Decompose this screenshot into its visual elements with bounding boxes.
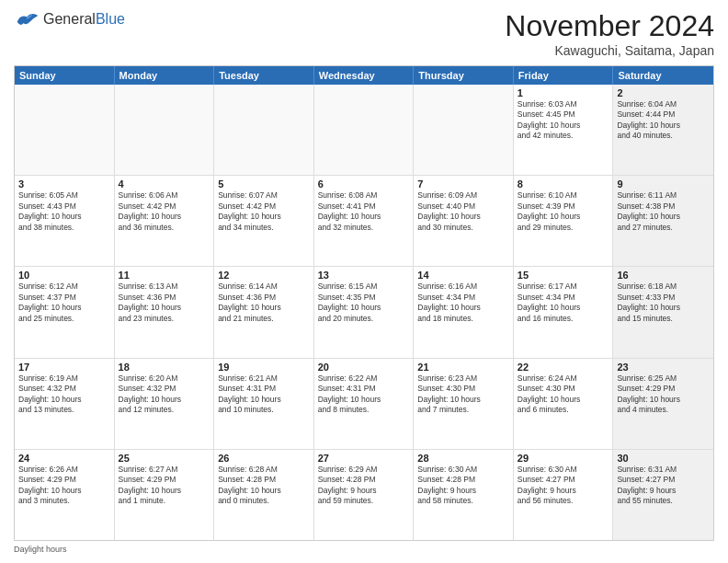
logo: GeneralBlue [14, 9, 125, 29]
day-number: 19 [218, 362, 310, 373]
cal-row-0: 1Sunrise: 6:03 AM Sunset: 4:45 PM Daylig… [15, 85, 713, 176]
cal-cell-day-29: 29Sunrise: 6:30 AM Sunset: 4:27 PM Dayli… [514, 450, 614, 540]
cal-cell-day-8: 8Sunrise: 6:10 AM Sunset: 4:39 PM Daylig… [514, 176, 614, 266]
cal-cell-empty [15, 85, 115, 175]
day-number: 7 [417, 178, 509, 190]
day-info: Sunrise: 6:04 AM Sunset: 4:44 PM Dayligh… [617, 99, 710, 142]
day-info: Sunrise: 6:13 AM Sunset: 4:36 PM Dayligh… [119, 282, 210, 324]
day-info: Sunrise: 6:05 AM Sunset: 4:43 PM Dayligh… [18, 190, 110, 233]
day-number: 15 [518, 270, 609, 281]
cal-cell-day-10: 10Sunrise: 6:12 AM Sunset: 4:37 PM Dayli… [15, 267, 115, 357]
cal-cell-empty [115, 85, 215, 175]
day-info: Sunrise: 6:08 AM Sunset: 4:41 PM Dayligh… [318, 190, 410, 233]
cal-row-1: 3Sunrise: 6:05 AM Sunset: 4:43 PM Daylig… [15, 176, 713, 267]
cal-cell-day-5: 5Sunrise: 6:07 AM Sunset: 4:42 PM Daylig… [214, 176, 314, 266]
day-number: 24 [18, 453, 110, 464]
day-number: 27 [318, 453, 410, 464]
day-number: 29 [518, 453, 609, 464]
cal-cell-day-3: 3Sunrise: 6:05 AM Sunset: 4:43 PM Daylig… [15, 176, 115, 266]
cal-cell-day-17: 17Sunrise: 6:19 AM Sunset: 4:32 PM Dayli… [15, 359, 115, 449]
day-number: 28 [417, 453, 509, 464]
cal-cell-day-23: 23Sunrise: 6:25 AM Sunset: 4:29 PM Dayli… [613, 359, 713, 449]
cal-cell-day-1: 1Sunrise: 6:03 AM Sunset: 4:45 PM Daylig… [514, 85, 614, 175]
day-info: Sunrise: 6:18 AM Sunset: 4:33 PM Dayligh… [617, 282, 710, 324]
cal-row-2: 10Sunrise: 6:12 AM Sunset: 4:37 PM Dayli… [15, 267, 713, 358]
day-info: Sunrise: 6:29 AM Sunset: 4:28 PM Dayligh… [318, 465, 410, 507]
cal-cell-day-24: 24Sunrise: 6:26 AM Sunset: 4:29 PM Dayli… [15, 450, 115, 540]
day-number: 25 [119, 453, 210, 464]
cal-header-friday: Friday [514, 66, 614, 85]
header: GeneralBlue November 2024 Kawaguchi, Sai… [14, 9, 714, 58]
cal-header-thursday: Thursday [414, 66, 514, 85]
day-info: Sunrise: 6:31 AM Sunset: 4:27 PM Dayligh… [617, 465, 710, 507]
day-number: 21 [417, 362, 509, 373]
day-number: 12 [218, 270, 310, 281]
day-number: 9 [617, 178, 710, 190]
day-number: 11 [119, 270, 210, 281]
day-number: 8 [518, 178, 609, 190]
day-number: 1 [518, 87, 609, 98]
day-info: Sunrise: 6:30 AM Sunset: 4:27 PM Dayligh… [518, 465, 609, 507]
title-block: November 2024 Kawaguchi, Saitama, Japan [505, 9, 714, 58]
cal-cell-empty [314, 85, 415, 175]
cal-cell-day-22: 22Sunrise: 6:24 AM Sunset: 4:30 PM Dayli… [514, 359, 614, 449]
cal-cell-empty [414, 85, 514, 175]
cal-cell-day-6: 6Sunrise: 6:08 AM Sunset: 4:41 PM Daylig… [314, 176, 415, 266]
cal-cell-day-26: 26Sunrise: 6:28 AM Sunset: 4:28 PM Dayli… [214, 450, 314, 540]
cal-cell-day-13: 13Sunrise: 6:15 AM Sunset: 4:35 PM Dayli… [314, 267, 415, 357]
day-number: 3 [18, 178, 110, 190]
cal-cell-day-14: 14Sunrise: 6:16 AM Sunset: 4:34 PM Dayli… [414, 267, 514, 357]
day-info: Sunrise: 6:17 AM Sunset: 4:34 PM Dayligh… [518, 282, 609, 324]
cal-cell-day-19: 19Sunrise: 6:21 AM Sunset: 4:31 PM Dayli… [214, 359, 314, 449]
calendar-header-row: SundayMondayTuesdayWednesdayThursdayFrid… [15, 66, 713, 85]
cal-cell-day-25: 25Sunrise: 6:27 AM Sunset: 4:29 PM Dayli… [115, 450, 215, 540]
day-number: 16 [617, 270, 710, 281]
day-info: Sunrise: 6:09 AM Sunset: 4:40 PM Dayligh… [417, 190, 509, 233]
logo-blue: Blue [96, 11, 125, 27]
day-number: 17 [18, 362, 110, 373]
day-info: Sunrise: 6:25 AM Sunset: 4:29 PM Dayligh… [617, 373, 710, 416]
cal-cell-day-2: 2Sunrise: 6:04 AM Sunset: 4:44 PM Daylig… [613, 85, 713, 175]
logo-text: GeneralBlue [43, 11, 125, 28]
location: Kawaguchi, Saitama, Japan [505, 43, 714, 58]
day-info: Sunrise: 6:16 AM Sunset: 4:34 PM Dayligh… [417, 282, 509, 324]
day-info: Sunrise: 6:30 AM Sunset: 4:28 PM Dayligh… [417, 465, 509, 507]
day-number: 4 [119, 178, 210, 190]
cal-cell-day-20: 20Sunrise: 6:22 AM Sunset: 4:31 PM Dayli… [314, 359, 415, 449]
day-info: Sunrise: 6:11 AM Sunset: 4:38 PM Dayligh… [617, 190, 710, 233]
day-info: Sunrise: 6:19 AM Sunset: 4:32 PM Dayligh… [18, 373, 110, 416]
day-info: Sunrise: 6:21 AM Sunset: 4:31 PM Dayligh… [218, 373, 310, 416]
cal-header-tuesday: Tuesday [214, 66, 314, 85]
day-info: Sunrise: 6:14 AM Sunset: 4:36 PM Dayligh… [218, 282, 310, 324]
logo-general: General [43, 11, 96, 27]
day-number: 6 [318, 178, 410, 190]
day-info: Sunrise: 6:10 AM Sunset: 4:39 PM Dayligh… [518, 190, 609, 233]
day-info: Sunrise: 6:23 AM Sunset: 4:30 PM Dayligh… [417, 373, 509, 416]
cal-cell-day-16: 16Sunrise: 6:18 AM Sunset: 4:33 PM Dayli… [613, 267, 713, 357]
cal-cell-day-30: 30Sunrise: 6:31 AM Sunset: 4:27 PM Dayli… [613, 450, 713, 540]
month-title: November 2024 [505, 9, 714, 43]
day-number: 26 [218, 453, 310, 464]
cal-header-sunday: Sunday [15, 66, 115, 85]
day-info: Sunrise: 6:03 AM Sunset: 4:45 PM Dayligh… [518, 99, 609, 142]
cal-cell-empty [214, 85, 314, 175]
cal-header-wednesday: Wednesday [314, 66, 415, 85]
cal-cell-day-15: 15Sunrise: 6:17 AM Sunset: 4:34 PM Dayli… [514, 267, 614, 357]
day-info: Sunrise: 6:24 AM Sunset: 4:30 PM Dayligh… [518, 373, 609, 416]
page: GeneralBlue November 2024 Kawaguchi, Sai… [0, 0, 728, 563]
cal-cell-day-7: 7Sunrise: 6:09 AM Sunset: 4:40 PM Daylig… [414, 176, 514, 266]
cal-cell-day-9: 9Sunrise: 6:11 AM Sunset: 4:38 PM Daylig… [613, 176, 713, 266]
day-info: Sunrise: 6:12 AM Sunset: 4:37 PM Dayligh… [18, 282, 110, 324]
day-info: Sunrise: 6:20 AM Sunset: 4:32 PM Dayligh… [119, 373, 210, 416]
day-number: 23 [617, 362, 710, 373]
day-info: Sunrise: 6:28 AM Sunset: 4:28 PM Dayligh… [218, 465, 310, 507]
cal-cell-day-4: 4Sunrise: 6:06 AM Sunset: 4:42 PM Daylig… [115, 176, 215, 266]
cal-header-monday: Monday [115, 66, 215, 85]
logo-bird-icon [14, 9, 40, 29]
day-number: 22 [518, 362, 609, 373]
day-info: Sunrise: 6:15 AM Sunset: 4:35 PM Dayligh… [318, 282, 410, 324]
day-number: 2 [617, 87, 710, 98]
footer-note: Daylight hours [14, 545, 714, 554]
cal-cell-day-28: 28Sunrise: 6:30 AM Sunset: 4:28 PM Dayli… [414, 450, 514, 540]
cal-header-saturday: Saturday [613, 66, 713, 85]
